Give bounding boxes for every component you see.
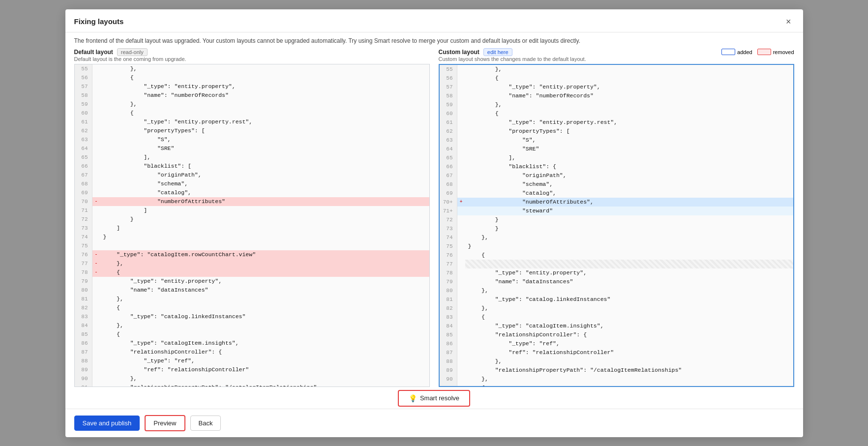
line-number: 91 bbox=[440, 384, 457, 387]
back-button[interactable]: Back bbox=[190, 416, 221, 431]
custom-panel-title: Custom layout bbox=[439, 49, 479, 56]
code-line: 78 "_type": "entity.property", bbox=[440, 268, 793, 277]
code-line: 75 bbox=[75, 241, 429, 250]
line-marker bbox=[457, 357, 465, 366]
line-marker bbox=[92, 100, 100, 109]
line-marker bbox=[457, 145, 465, 153]
line-content: "relationshipPropertyPath": "/catalogIte… bbox=[465, 366, 682, 375]
line-content: "relationshipController": { bbox=[100, 348, 222, 357]
line-number: 61 bbox=[75, 118, 92, 126]
line-marker bbox=[92, 109, 100, 118]
line-number: 55 bbox=[440, 65, 457, 74]
code-line: 72 } bbox=[75, 215, 429, 224]
line-number: 86 bbox=[75, 339, 92, 348]
line-number: 71 bbox=[75, 206, 92, 215]
code-line: 74 } bbox=[75, 233, 429, 241]
code-line: 64 "SRE" bbox=[440, 145, 793, 153]
line-marker bbox=[92, 188, 100, 197]
line-marker bbox=[92, 224, 100, 233]
save-publish-button[interactable]: Save and publish bbox=[74, 416, 140, 431]
line-marker bbox=[457, 162, 465, 171]
modal-description: The frontend of the default layout was u… bbox=[65, 32, 803, 48]
code-line: 86 "_type": "ref", bbox=[440, 339, 793, 348]
line-content: "name": "dataInstances" bbox=[100, 286, 209, 295]
line-number: 75 bbox=[75, 241, 92, 250]
line-number: 74 bbox=[75, 233, 92, 241]
line-number: 65 bbox=[440, 153, 457, 162]
line-number: 85 bbox=[440, 330, 457, 339]
line-content: "catalog", bbox=[465, 189, 556, 198]
line-content: "_type": "catalog.linkedInstances" bbox=[100, 312, 246, 321]
line-marker bbox=[92, 321, 100, 330]
code-line: 61 "_type": "entity.property.rest", bbox=[75, 118, 429, 126]
line-marker bbox=[92, 357, 100, 365]
code-line: 79 "_type": "entity.property", bbox=[75, 277, 429, 286]
code-line: 86 "_type": "catalogItem.insights", bbox=[75, 339, 429, 348]
line-number: 82 bbox=[75, 303, 92, 312]
modal: Fixing layouts × The frontend of the def… bbox=[65, 9, 803, 437]
line-content: { bbox=[465, 251, 485, 260]
custom-code-area[interactable]: 55 },56 {57 "_type": "entity.property",5… bbox=[439, 64, 794, 387]
line-number: 63 bbox=[440, 136, 457, 145]
code-line: 88 }, bbox=[440, 357, 793, 366]
line-content: "SRE" bbox=[100, 144, 175, 153]
line-content: "numberOfAttributes", bbox=[465, 198, 594, 207]
code-line: 64 "SRE" bbox=[75, 144, 429, 153]
line-number: 86 bbox=[440, 339, 457, 348]
line-content: }, bbox=[465, 304, 488, 313]
line-number: 72 bbox=[440, 215, 457, 224]
line-marker bbox=[457, 171, 465, 180]
line-marker bbox=[457, 233, 465, 242]
line-content: "schema", bbox=[465, 180, 553, 189]
line-marker bbox=[92, 383, 100, 387]
line-marker bbox=[92, 339, 100, 348]
line-marker bbox=[457, 83, 465, 91]
line-content: "propertyTypes": [ bbox=[100, 126, 205, 135]
line-number: 83 bbox=[75, 312, 92, 321]
code-line: 84 "_type": "catalogItem.insights", bbox=[440, 322, 793, 330]
preview-button[interactable]: Preview bbox=[145, 415, 185, 431]
legend-added-dot bbox=[721, 49, 735, 55]
line-marker bbox=[92, 135, 100, 144]
code-line: 70++ "numberOfAttributes", bbox=[440, 198, 793, 207]
close-button[interactable]: × bbox=[783, 16, 794, 27]
line-number: 83 bbox=[440, 313, 457, 322]
default-code-area[interactable]: 55 },56 {57 "_type": "entity.property",5… bbox=[74, 64, 430, 387]
line-number: 84 bbox=[440, 322, 457, 330]
line-marker bbox=[92, 241, 100, 250]
code-line: 61 "_type": "entity.property.rest", bbox=[440, 118, 793, 127]
line-marker bbox=[457, 295, 465, 304]
line-content: "blacklist": [ bbox=[100, 162, 191, 171]
line-marker bbox=[457, 100, 465, 109]
code-line: 63 "S", bbox=[440, 136, 793, 145]
code-line: 59 }, bbox=[440, 100, 793, 109]
smart-resolve-button[interactable]: 💡 Smart resolve bbox=[398, 390, 470, 407]
line-number: 75 bbox=[440, 242, 457, 251]
line-number: 78 bbox=[75, 268, 92, 277]
code-line: 91 { bbox=[440, 384, 793, 387]
line-content: "steward" bbox=[465, 207, 553, 215]
code-line: 75 } bbox=[440, 242, 793, 251]
line-number: 68 bbox=[75, 179, 92, 188]
code-line: 76 { bbox=[440, 251, 793, 260]
line-number: 88 bbox=[440, 357, 457, 366]
line-content: }, bbox=[465, 100, 502, 109]
line-marker: - bbox=[92, 268, 100, 277]
line-number: 72 bbox=[75, 215, 92, 224]
code-line: 73 ] bbox=[75, 224, 429, 233]
line-marker bbox=[92, 118, 100, 126]
code-line: 68 "schema", bbox=[75, 179, 429, 188]
line-marker bbox=[457, 260, 465, 268]
code-line: 80 "name": "dataInstances" bbox=[75, 286, 429, 295]
line-marker bbox=[92, 73, 100, 82]
code-line: 68 "schema", bbox=[440, 180, 793, 189]
line-marker bbox=[92, 365, 100, 374]
line-content: } bbox=[465, 242, 472, 251]
line-marker bbox=[92, 303, 100, 312]
code-line: 56 { bbox=[75, 73, 429, 82]
code-line: 71+ "steward" bbox=[440, 207, 793, 215]
line-number: 76 bbox=[75, 250, 92, 259]
line-number: 67 bbox=[440, 171, 457, 180]
code-line: 82 }, bbox=[440, 304, 793, 313]
line-number: 90 bbox=[440, 375, 457, 384]
